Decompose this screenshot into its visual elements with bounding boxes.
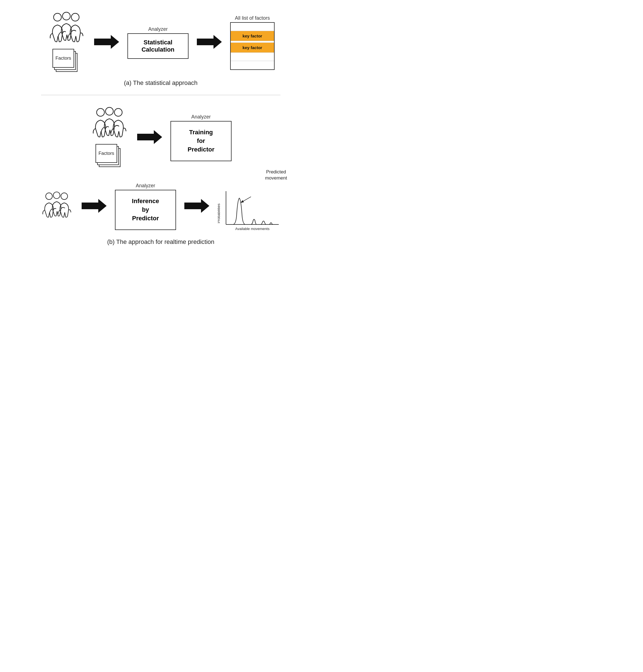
factors-stack-b: Factors: [96, 144, 123, 169]
list-title: All list of factors: [235, 15, 270, 21]
arrow-1-b-top: [137, 129, 162, 147]
arrow-1-a: [94, 34, 119, 51]
inference-box: Inference by Predictor: [115, 190, 176, 230]
factor-row-2: key factor: [231, 43, 274, 53]
analyzer-label-a: Analyzer: [148, 26, 168, 32]
section-b-bottom-flow: Analyzer Inference by Predictor Predicte…: [40, 180, 281, 233]
inference-box-text: Inference by Predictor: [132, 198, 159, 222]
factor-row-empty-3: [231, 61, 274, 70]
section-b-top-flow: Factors Analyzer Training for Predictor: [90, 106, 232, 169]
factor-list-box: key factor key factor: [230, 22, 275, 70]
caption-b: (b) The approach for realtime prediction: [107, 238, 214, 246]
training-box-group: Analyzer Training for Predictor: [170, 114, 232, 161]
svg-point-5: [97, 109, 105, 116]
svg-point-9: [46, 193, 52, 199]
svg-point-0: [53, 13, 61, 21]
input-group-a: Factors: [47, 11, 86, 74]
caption-a: (a) The statistical approach: [124, 79, 198, 87]
input-group-b-top: Factors: [90, 106, 129, 169]
factors-label-b: Factors: [99, 151, 114, 156]
section-a: Factors Analyzer Statistical Calculation: [11, 8, 311, 92]
factors-label-a: Factors: [56, 55, 71, 61]
factor-row-empty-2: [231, 53, 274, 61]
calc-box-text: Statistical Calculation: [142, 39, 175, 53]
chart-group: Predicted movement Probabilities Availab…: [218, 180, 281, 233]
svg-point-10: [53, 192, 60, 199]
input-group-b-bottom: [40, 190, 73, 223]
svg-point-2: [71, 13, 79, 21]
svg-marker-12: [82, 199, 107, 213]
arrow-2-a: [197, 34, 222, 51]
factor-row-1: key factor: [231, 31, 274, 41]
svg-point-7: [114, 109, 122, 116]
people-figure-b-bottom: [40, 190, 73, 223]
arrow-1-b-bottom: [82, 198, 107, 215]
people-figure-b-top: [90, 106, 129, 142]
svg-line-18: [240, 197, 251, 203]
section-divider: [41, 95, 280, 95]
analyzer-label-b-bottom: Analyzer: [136, 183, 155, 189]
key-factor-1: key factor: [243, 34, 262, 38]
svg-point-1: [62, 12, 70, 20]
svg-text:Available movements: Available movements: [235, 227, 270, 231]
training-box: Training for Predictor: [170, 121, 232, 161]
svg-marker-4: [197, 35, 222, 49]
section-b: Factors Analyzer Training for Predictor: [11, 101, 311, 246]
svg-point-6: [106, 107, 113, 115]
arrow-2-b-bottom: [184, 198, 209, 215]
people-figure-a: [47, 11, 86, 47]
chart-title-text: Predicted movement: [265, 169, 287, 181]
training-box-text: Training for Predictor: [188, 129, 215, 153]
factor-row-empty-1: [231, 23, 274, 31]
key-factor-2: key factor: [243, 45, 262, 50]
chart-title: Predicted movement: [265, 169, 287, 181]
svg-marker-13: [184, 199, 209, 213]
calc-box: Statistical Calculation: [128, 33, 189, 59]
factors-stack-a: Factors: [52, 49, 80, 74]
inference-box-group: Analyzer Inference by Predictor: [115, 183, 176, 230]
svg-text:Probabilities: Probabilities: [218, 203, 221, 223]
svg-point-11: [61, 193, 68, 199]
section-a-flow: Factors Analyzer Statistical Calculation: [47, 11, 275, 74]
main-diagram: Factors Analyzer Statistical Calculation: [11, 8, 311, 246]
calc-box-group: Analyzer Statistical Calculation: [128, 26, 189, 59]
factor-list-container: All list of factors key factor key facto…: [230, 15, 275, 70]
probability-chart: Probabilities Available movements: [218, 188, 281, 233]
analyzer-label-b-top: Analyzer: [191, 114, 211, 120]
svg-marker-3: [94, 35, 119, 49]
svg-marker-8: [137, 130, 162, 144]
